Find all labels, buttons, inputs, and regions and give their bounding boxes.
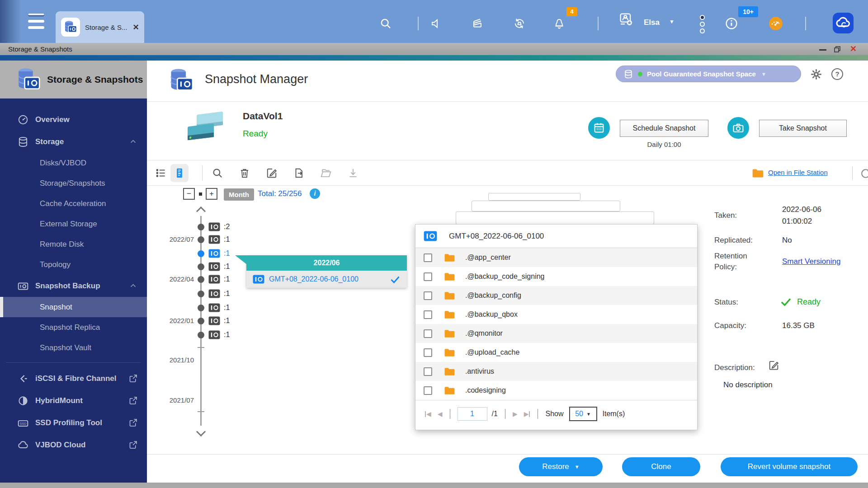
folder-row[interactable]: .antivirus xyxy=(415,362,697,381)
pool-guaranteed-snapshot-space-button[interactable]: Pool Guaranteed Snapshot Space ▼ xyxy=(616,66,801,82)
sidebar-item-snapshot-vault[interactable]: Snapshot Vault xyxy=(0,338,147,358)
sidebar-item-topology[interactable]: Topology xyxy=(0,254,147,275)
folder-row[interactable]: .@upload_cache xyxy=(415,343,697,362)
checkbox[interactable] xyxy=(424,253,432,262)
timeline-scroll-down-icon[interactable] xyxy=(196,427,206,436)
checkbox[interactable] xyxy=(424,310,432,319)
timeline-snapshot-row[interactable]: :1 xyxy=(147,301,292,314)
checkbox[interactable] xyxy=(424,367,432,376)
callout-snapshot[interactable]: GMT+08_2022-06-06_0100 xyxy=(246,271,407,288)
next-page-icon[interactable]: ▶ xyxy=(513,410,518,418)
last-page-icon[interactable]: ▶ xyxy=(524,410,531,418)
download-icon[interactable] xyxy=(347,167,359,179)
folder-row[interactable]: .@app_center xyxy=(415,248,697,267)
snapshot-icon[interactable] xyxy=(208,303,220,312)
timeline-dot[interactable] xyxy=(198,224,204,230)
volume-icon[interactable] xyxy=(430,17,443,30)
snapshot-icon[interactable] xyxy=(208,289,220,298)
sidebar-item-snapshot-backup[interactable]: Snapshot Backup xyxy=(0,275,147,297)
sidebar-item-disks-vjbod[interactable]: Disks/VJBOD xyxy=(0,153,147,173)
edit-icon[interactable] xyxy=(266,167,278,179)
chevron-up-icon[interactable] xyxy=(129,138,137,145)
timeline-dot[interactable] xyxy=(198,332,204,338)
list-view-icon[interactable] xyxy=(155,167,167,179)
chevron-up-icon[interactable] xyxy=(129,282,137,290)
folder-row[interactable]: .@backup_config xyxy=(415,286,697,305)
timeline-snapshot-row[interactable]: 2022/01:1 xyxy=(147,314,292,327)
sidebar-item-iscsi-fibre-channel[interactable]: iSCSI & Fibre Channel xyxy=(0,367,147,389)
sidebar-item-storage[interactable]: Storage xyxy=(0,131,147,153)
schedule-calendar-icon[interactable] xyxy=(588,117,610,139)
user-avatar-icon[interactable] xyxy=(618,12,634,27)
dashboard-icon[interactable] xyxy=(769,16,783,31)
folder-row[interactable]: .@backup_code_signing xyxy=(415,267,697,286)
schedule-snapshot-button[interactable]: Schedule Snapshot xyxy=(620,120,708,137)
gear-icon[interactable] xyxy=(810,68,822,80)
timeline-view-icon[interactable] xyxy=(174,167,185,179)
user-name[interactable]: Elsa xyxy=(644,18,660,27)
search-icon[interactable] xyxy=(379,17,392,30)
checkbox[interactable] xyxy=(424,291,432,300)
search-icon[interactable] xyxy=(212,167,223,179)
info-icon[interactable]: i xyxy=(310,188,320,199)
refresh-icon[interactable] xyxy=(859,167,868,180)
timeline-dot[interactable] xyxy=(198,276,204,283)
timeline-snapshot-row[interactable]: 2022/07:1 xyxy=(147,233,292,246)
sidebar-item-remote-disk[interactable]: Remote Disk xyxy=(0,234,147,254)
snapshot-icon[interactable] xyxy=(208,235,220,244)
open-in-file-station-link[interactable]: Open in File Station xyxy=(768,169,828,176)
cloud-app-icon[interactable] xyxy=(833,13,854,33)
sidebar-item-hybridmount[interactable]: HybridMount xyxy=(0,389,147,412)
checkbox[interactable] xyxy=(424,386,432,395)
delete-icon[interactable] xyxy=(239,167,250,179)
folder-row[interactable]: .codesigning xyxy=(415,381,697,400)
background-tasks-icon[interactable] xyxy=(724,16,739,31)
clone-export-icon[interactable] xyxy=(293,167,305,179)
main-menu-icon[interactable] xyxy=(28,14,44,31)
previous-page-icon[interactable]: ◀ xyxy=(438,410,443,418)
snapshot-icon[interactable] xyxy=(208,262,220,271)
checkbox[interactable] xyxy=(424,272,432,281)
notifications-bell-icon[interactable] xyxy=(553,17,566,30)
more-options-icon[interactable] xyxy=(700,15,705,35)
timeline-dot[interactable] xyxy=(198,305,204,311)
checkbox[interactable] xyxy=(424,329,432,338)
snapshot-icon[interactable] xyxy=(208,249,220,258)
close-icon[interactable]: ✕ xyxy=(850,44,857,54)
open-folder-icon[interactable] xyxy=(320,167,332,179)
help-icon[interactable]: ? xyxy=(831,68,843,80)
snapshot-icon[interactable] xyxy=(208,316,220,325)
folder-row[interactable]: .@qmonitor xyxy=(415,324,697,343)
user-menu-caret-icon[interactable]: ▼ xyxy=(669,19,675,25)
timeline-scroll-up-icon[interactable] xyxy=(196,206,206,216)
maximize-icon[interactable] xyxy=(834,46,841,53)
app-tab-storage-snapshots[interactable]: Storage & S... ✕ xyxy=(56,11,144,43)
sidebar-item-snapshot-replica[interactable]: Snapshot Replica xyxy=(0,317,147,338)
sidebar-item-snapshot[interactable]: Snapshot xyxy=(0,297,147,317)
snapshot-icon[interactable] xyxy=(208,275,220,284)
snapshot-icon[interactable] xyxy=(208,222,220,231)
take-snapshot-button[interactable]: Take Snapshot xyxy=(759,120,847,137)
page-number-input[interactable]: 1 xyxy=(458,407,487,421)
media-console-icon[interactable] xyxy=(472,17,484,30)
selected-snapshot-callout[interactable]: 2022/06 GMT+08_2022-06-06_0100 xyxy=(246,255,407,288)
timeline-zoom-in-button[interactable]: + xyxy=(206,188,217,200)
checkbox[interactable] xyxy=(424,348,432,357)
timeline-snapshot-row[interactable]: :1 xyxy=(147,328,292,341)
sync-icon[interactable] xyxy=(513,17,526,30)
revert-volume-snapshot-button[interactable]: Revert volume snapshot xyxy=(721,457,858,476)
sidebar-item-external-storage[interactable]: External Storage xyxy=(0,214,147,234)
folder-row[interactable]: .@backup_qbox xyxy=(415,305,697,324)
minimize-icon[interactable] xyxy=(819,49,826,51)
timeline-zoom-out-button[interactable]: − xyxy=(183,188,195,200)
timeline-dot[interactable] xyxy=(198,250,204,257)
timeline-dot[interactable] xyxy=(198,291,204,297)
take-snapshot-icon[interactable] xyxy=(727,117,749,139)
timeline-snapshot-row[interactable]: :1 xyxy=(147,287,292,300)
timeline-dot[interactable] xyxy=(198,236,204,243)
timeline-dot[interactable] xyxy=(198,318,204,324)
restore-button[interactable]: Restore▼ xyxy=(519,457,603,476)
clone-button[interactable]: Clone xyxy=(622,457,700,476)
tab-close-icon[interactable]: ✕ xyxy=(132,23,139,32)
sidebar-item-overview[interactable]: Overview xyxy=(0,108,147,131)
